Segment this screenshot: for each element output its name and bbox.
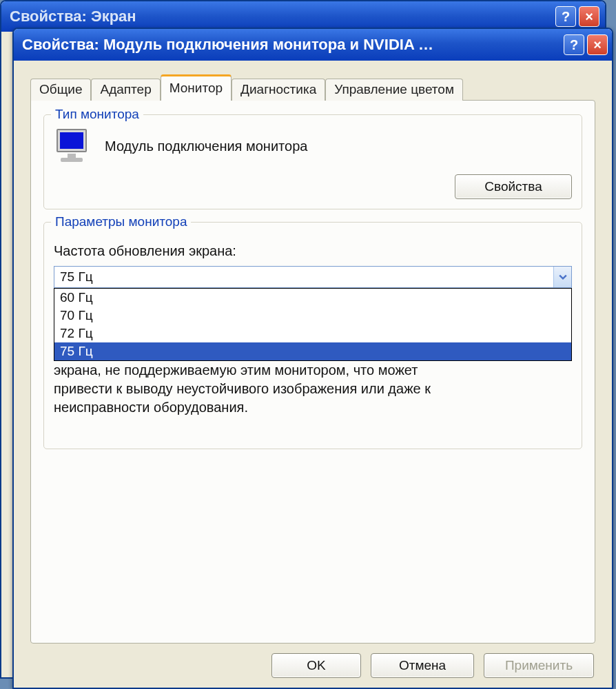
cancel-button[interactable]: Отмена bbox=[371, 653, 474, 678]
tab-diagnostics[interactable]: Диагностика bbox=[232, 79, 325, 101]
monitor-params-title: Параметры монитора bbox=[51, 214, 191, 229]
monitor-params-group: Параметры монитора Частота обновления эк… bbox=[43, 222, 582, 449]
hint-text: экрана, не поддерживаемую этим монитором… bbox=[54, 361, 572, 417]
ok-button[interactable]: OK bbox=[271, 653, 361, 678]
titlebar[interactable]: Свойства: Модуль подключения монитора и … bbox=[14, 29, 612, 61]
close-button-bg[interactable]: × bbox=[579, 6, 599, 27]
refresh-option-72[interactable]: 72 Гц bbox=[54, 325, 571, 342]
tab-color-mgmt[interactable]: Управление цветом bbox=[325, 79, 463, 101]
chevron-down-icon bbox=[559, 273, 567, 281]
close-icon: × bbox=[585, 9, 593, 25]
refresh-rate-dropdown[interactable]: 60 Гц 70 Гц 72 Гц 75 Гц bbox=[54, 288, 572, 361]
dialog-buttons: OK Отмена Применить bbox=[30, 644, 595, 678]
help-icon: ? bbox=[562, 9, 570, 25]
tab-general[interactable]: Общие bbox=[30, 79, 91, 101]
tab-monitor[interactable]: Монитор bbox=[161, 74, 232, 101]
monitor-type-title: Тип монитора bbox=[51, 107, 143, 122]
close-icon: × bbox=[593, 37, 602, 53]
close-button[interactable]: × bbox=[587, 34, 608, 55]
apply-button[interactable]: Применить bbox=[484, 653, 594, 678]
refresh-option-75[interactable]: 75 Гц bbox=[54, 342, 571, 360]
refresh-option-60[interactable]: 60 Гц bbox=[54, 289, 571, 307]
help-button-bg[interactable]: ? bbox=[555, 6, 576, 27]
monitor-icon bbox=[54, 127, 91, 165]
hint-line-1: экрана, не поддерживаемую этим монитором… bbox=[54, 362, 418, 378]
hint-line-3: неисправности оборудования. bbox=[54, 400, 248, 415]
refresh-rate-combo[interactable]: 75 Гц bbox=[54, 266, 572, 288]
monitor-row: Модуль подключения монитора bbox=[54, 127, 572, 165]
refresh-option-70[interactable]: 70 Гц bbox=[54, 307, 571, 325]
tab-adapter[interactable]: Адаптер bbox=[91, 79, 160, 101]
monitor-type-group: Тип монитора Модуль подключения монитора… bbox=[43, 114, 582, 209]
monitor-device-label: Модуль подключения монитора bbox=[105, 138, 307, 154]
tab-page-monitor: Тип монитора Модуль подключения монитора… bbox=[30, 100, 595, 644]
window-content: Общие Адаптер Монитор Диагностика Управл… bbox=[14, 61, 612, 688]
properties-window: Свойства: Модуль подключения монитора и … bbox=[12, 28, 613, 689]
hint-line-2: привести к выводу неустойчивого изображе… bbox=[54, 381, 431, 396]
window-title: Свойства: Модуль подключения монитора и … bbox=[22, 36, 561, 54]
background-window-title: Свойства: Экран bbox=[10, 8, 553, 25]
tab-strip: Общие Адаптер Монитор Диагностика Управл… bbox=[30, 74, 595, 101]
refresh-rate-value: 75 Гц bbox=[54, 269, 553, 285]
properties-button[interactable]: Свойства bbox=[455, 174, 572, 199]
combo-arrow[interactable] bbox=[553, 267, 571, 287]
help-button[interactable]: ? bbox=[564, 34, 584, 55]
refresh-rate-label: Частота обновления экрана: bbox=[54, 243, 572, 259]
help-icon: ? bbox=[570, 37, 578, 53]
